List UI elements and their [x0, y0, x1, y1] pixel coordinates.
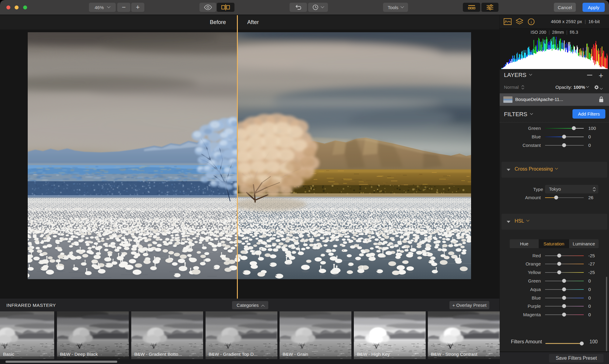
svg-text:i: i: [531, 20, 532, 24]
